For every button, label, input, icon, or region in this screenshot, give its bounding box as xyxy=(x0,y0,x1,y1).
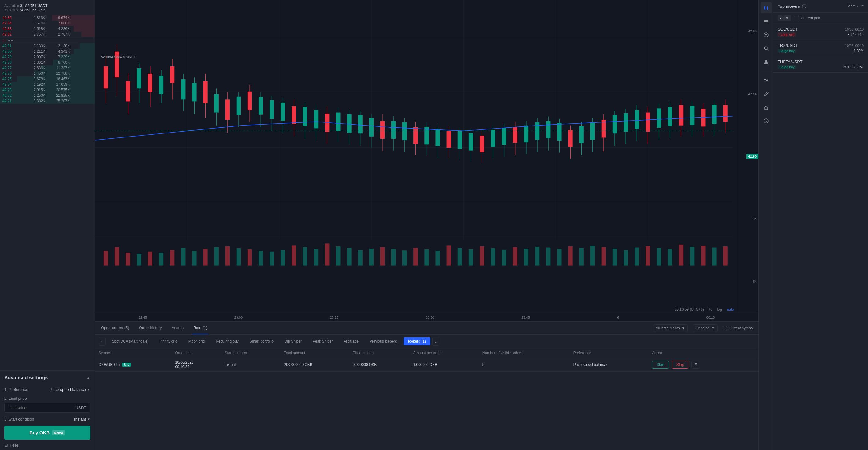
ask-row[interactable]: 42.84 3.574K 7.860K xyxy=(0,21,95,26)
svg-rect-38 xyxy=(480,136,484,152)
bid-row[interactable]: 42.77 2.636K 11.337K xyxy=(0,65,95,71)
bot-tab-arbitrage[interactable]: Arbitrage xyxy=(339,337,363,345)
tab-open-orders[interactable]: Open orders (5) xyxy=(100,322,130,334)
stop-button[interactable]: Stop xyxy=(672,361,689,368)
pencil-sidebar-icon[interactable] xyxy=(761,88,772,99)
svg-rect-114 xyxy=(624,113,628,132)
tab-assets[interactable]: Assets xyxy=(170,322,185,334)
cell-start-condition: Instant xyxy=(221,358,281,372)
bot-tab-peak-sniper[interactable]: Peak Sniper xyxy=(308,337,337,345)
spread-value: -- xyxy=(8,38,10,42)
bid-price: 42.77 xyxy=(2,66,21,70)
svg-rect-172 xyxy=(624,250,628,266)
hamburger-icon[interactable]: ≡ xyxy=(861,4,864,8)
user-sidebar-icon[interactable] xyxy=(761,56,772,67)
tab-bots[interactable]: Bots (1) xyxy=(192,322,209,334)
svg-rect-153 xyxy=(413,248,417,266)
limit-price-field[interactable] xyxy=(8,405,75,410)
top-movers-info-icon[interactable]: i xyxy=(802,4,806,8)
svg-rect-120 xyxy=(668,107,672,126)
save-button[interactable]: ⊟ xyxy=(691,361,700,368)
all-filter-label: All xyxy=(780,16,784,20)
current-pair-checkbox[interactable] xyxy=(795,16,799,20)
current-pair-filter[interactable]: Current pair xyxy=(795,16,820,20)
svg-rect-138 xyxy=(248,249,252,266)
mover-item-sol[interactable]: SOL/USDT 10/06, 00:10 Large sell 8,942,9… xyxy=(773,24,868,40)
start-button[interactable]: Start xyxy=(652,361,669,368)
bot-tab-spot-dca[interactable]: Spot DCA (Martingale) xyxy=(107,337,153,345)
ask-price: 42.83 xyxy=(2,27,21,31)
all-instruments-filter[interactable]: All instruments ▼ xyxy=(653,325,688,332)
ask-row[interactable]: 42.85 1.813K 9.674K xyxy=(0,15,95,21)
bot-tab-moon-grid[interactable]: Moon grid xyxy=(184,337,209,345)
bid-row[interactable]: 42.80 1.211K 4.341K xyxy=(0,49,95,54)
bot-tab-infinity-grid[interactable]: Infinity grid xyxy=(155,337,182,345)
advanced-settings-header[interactable]: Advanced settings ▲ xyxy=(0,371,95,385)
percent-toggle[interactable]: % xyxy=(709,307,712,312)
ongoing-filter[interactable]: Ongoing ▼ xyxy=(693,325,717,332)
current-symbol-toggle[interactable]: Current symbol xyxy=(723,326,753,330)
bot-tab-recurring-buy[interactable]: Recurring buy xyxy=(211,337,243,345)
start-condition-value[interactable]: Instant ▼ xyxy=(74,417,90,422)
bid-row[interactable]: 42.72 1.250K 21.825K xyxy=(0,93,95,98)
ask-row[interactable]: 42.83 1.518K 4.286K xyxy=(0,26,95,32)
bid-row[interactable]: 42.75 3.678K 16.467K xyxy=(0,76,95,82)
svg-rect-52 xyxy=(723,105,727,122)
emoji-sidebar-icon[interactable] xyxy=(761,29,772,40)
bot-tab-previous-iceberg[interactable]: Previous Iceberg xyxy=(365,337,402,345)
svg-rect-168 xyxy=(579,248,584,266)
current-symbol-checkbox[interactable] xyxy=(723,326,727,330)
bid-row[interactable]: 42.73 2.915K 20.575K xyxy=(0,87,95,93)
tradingview-sidebar-icon[interactable]: TV xyxy=(761,75,772,86)
bid-row[interactable]: 42.71 3.382K 25.207K xyxy=(0,98,95,104)
svg-line-204 xyxy=(766,121,767,122)
ask-amount: 3.574K xyxy=(21,21,45,25)
svg-line-200 xyxy=(767,92,768,93)
svg-rect-170 xyxy=(601,247,606,265)
spread-arrows: ↓↓ xyxy=(2,38,6,42)
mover-item-theta[interactable]: THETA/USDT Large buy 301,939,052 xyxy=(773,56,868,72)
tab-order-history[interactable]: Order history xyxy=(138,322,163,334)
bot-tab-dip-sniper[interactable]: Dip Sniper xyxy=(280,337,306,345)
buy-button[interactable]: Buy OKB Demo xyxy=(4,426,90,440)
available-value: 3,182.751 xyxy=(20,4,36,8)
mover-sol-value: 8,942,915 xyxy=(847,32,864,37)
max-buy-unit: OKB xyxy=(38,8,45,12)
bot-tab-smart-portfolio[interactable]: Smart portfolio xyxy=(245,337,278,345)
col-symbol: Symbol xyxy=(95,348,171,358)
log-toggle[interactable]: log xyxy=(717,307,722,312)
bots-nav-next[interactable]: › xyxy=(432,337,439,346)
available-info: Available 3,182.751 USDT Max buy 74.3633… xyxy=(0,0,95,15)
ask-row[interactable]: 42.82 2.767K 2.767K xyxy=(0,32,95,37)
ask-amount: 1.813K xyxy=(21,16,45,20)
bid-bar xyxy=(74,49,95,54)
ask-rows: 42.85 1.813K 9.674K 42.84 3.574K 7.860K … xyxy=(0,15,95,37)
fees-row[interactable]: ⊞ Fees xyxy=(4,443,90,448)
cell-symbol: OKB/USDT › Buy xyxy=(95,358,171,372)
all-filter-button[interactable]: All ▼ xyxy=(778,15,791,21)
lock-sidebar-icon[interactable] xyxy=(761,102,772,113)
bid-row[interactable]: 42.78 1.361K 8.700K xyxy=(0,60,95,65)
auto-toggle[interactable]: auto xyxy=(727,307,734,312)
bot-tab-iceberg[interactable]: Iceberg (1) xyxy=(404,337,431,345)
bid-row[interactable]: 42.76 1.450K 12.788K xyxy=(0,71,95,76)
mover-trx-value: 1.39M xyxy=(854,49,864,53)
more-link[interactable]: More › xyxy=(847,4,858,8)
clock-sidebar-icon[interactable] xyxy=(761,115,772,126)
bid-row[interactable]: 42.74 1.192K 17.659K xyxy=(0,82,95,87)
col-action: Action xyxy=(648,348,758,358)
bid-row[interactable]: 42.81 3.130K 3.130K xyxy=(0,43,95,49)
mover-item-trx[interactable]: TRX/USDT 10/06, 00:10 Large buy 1.39M xyxy=(773,40,868,56)
svg-rect-142 xyxy=(291,245,296,265)
candlestick-sidebar-icon[interactable] xyxy=(761,2,772,13)
bots-nav-prev[interactable]: ‹ xyxy=(98,337,105,346)
layers-sidebar-icon[interactable] xyxy=(761,16,772,27)
preference-value[interactable]: Price-speed balance ▼ xyxy=(50,387,90,392)
bear-candles xyxy=(104,44,727,162)
zoom-in-sidebar-icon[interactable] xyxy=(761,43,772,54)
svg-rect-158 xyxy=(469,249,473,266)
svg-point-192 xyxy=(764,33,768,37)
time-label-1: 22:45 xyxy=(138,316,147,319)
ask-price: 42.84 xyxy=(2,21,21,25)
bid-row[interactable]: 42.79 2.997K 7.339K xyxy=(0,54,95,60)
